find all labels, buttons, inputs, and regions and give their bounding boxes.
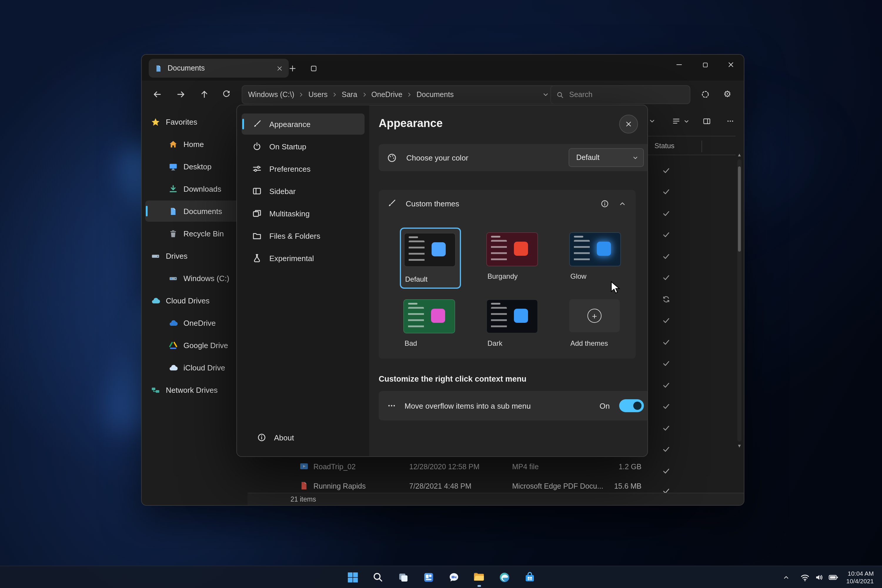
start-button[interactable] (342, 567, 363, 587)
file-modified: 12/28/2020 12:58 PM (409, 463, 480, 471)
search-input[interactable] (568, 90, 664, 99)
sidebar-item-recycle-bin[interactable]: Recycle Bin (145, 223, 244, 244)
sliders-icon (252, 164, 262, 174)
settings-nav-on-startup[interactable]: On Startup (242, 136, 364, 157)
sidebar-item-drives[interactable]: Drives (145, 245, 244, 266)
battery-icon[interactable] (826, 570, 840, 584)
settings-nav-appearance[interactable]: Appearance (242, 114, 364, 135)
overflow-setting-card: Move overflow items into a sub menu On (379, 391, 648, 420)
taskbar-clock[interactable]: 10:04 AM 10/4/2021 (846, 570, 874, 585)
documents-icon (169, 207, 178, 216)
custom-themes-info-button[interactable] (600, 199, 609, 208)
file-explorer-button[interactable] (469, 567, 489, 587)
breadcrumb-separator-icon (298, 92, 304, 98)
custom-themes-collapse-button[interactable] (619, 200, 626, 207)
settings-nav-files-folders[interactable]: Files & Folders (242, 225, 364, 246)
breadcrumb[interactable]: Windows (C:\) Users Sara OneDrive Docume… (242, 85, 556, 104)
tab-documents[interactable]: Documents (149, 59, 289, 78)
sync-status-button[interactable] (697, 86, 713, 102)
status-synced-icon (662, 273, 670, 283)
scrollbar[interactable]: ▲ ▼ (737, 152, 742, 448)
status-synced-icon (662, 166, 670, 176)
sidebar: Favorites Home Desktop Downloads Documen… (142, 108, 248, 505)
home-icon (169, 140, 178, 148)
forward-button[interactable] (172, 86, 189, 102)
store-button[interactable] (519, 567, 540, 587)
breadcrumb-item-drive[interactable]: Windows (C:\) (248, 90, 294, 99)
scroll-down-icon[interactable]: ▼ (737, 443, 742, 448)
file-rows: RoadTrip_02 12/28/2020 12:58 PM MP4 file… (248, 454, 736, 494)
sidebar-item-network-drives[interactable]: Network Drives (145, 379, 244, 400)
preview-pane-button[interactable] (703, 112, 711, 130)
settings-gear-button[interactable]: ⚙ (719, 86, 736, 102)
monitor-icon (169, 162, 178, 171)
color-dropdown[interactable]: Default (568, 148, 644, 167)
up-button[interactable] (196, 86, 212, 102)
status-synced-icon (662, 359, 670, 369)
sidebar-item-favorites[interactable]: Favorites (145, 111, 244, 132)
widgets-button[interactable] (418, 567, 438, 587)
theme-thumbnail (404, 299, 455, 333)
more-options-button[interactable] (726, 112, 734, 130)
theme-label: Burgandy (488, 272, 518, 280)
breadcrumb-item-onedrive[interactable]: OneDrive (371, 90, 402, 99)
edge-button[interactable] (494, 567, 514, 587)
close-button[interactable] (718, 55, 744, 75)
dialog-close-button[interactable] (619, 115, 638, 134)
breadcrumb-item-sara[interactable]: Sara (342, 90, 357, 99)
folder-icon (252, 231, 262, 240)
gear-icon: ⚙ (723, 90, 732, 99)
scrollbar-thumb[interactable] (738, 166, 741, 252)
settings-nav-experimental[interactable]: Experimental (242, 248, 364, 269)
settings-nav-about[interactable]: About (246, 427, 360, 448)
overflow-toggle[interactable] (619, 399, 644, 412)
sidebar-item-desktop[interactable]: Desktop (145, 156, 244, 177)
sidebar-item-onedrive[interactable]: OneDrive (145, 312, 244, 333)
file-row-running-rapids[interactable]: Running Rapids 7/28/2021 4:48 PM Microso… (248, 477, 736, 494)
settings-nav-sidebar[interactable]: Sidebar (242, 180, 364, 202)
clock-date: 10/4/2021 (846, 577, 874, 585)
sidebar-item-documents[interactable]: Documents (145, 201, 244, 222)
tab-close-button[interactable] (276, 65, 283, 72)
windows-logo-icon (346, 571, 358, 583)
close-icon (625, 120, 632, 128)
custom-themes-label: Custom themes (406, 199, 459, 208)
file-row-roadtrip[interactable]: RoadTrip_02 12/28/2020 12:58 PM MP4 file… (248, 458, 736, 477)
theme-card-default[interactable]: Default (400, 228, 461, 289)
hidden-icons-button[interactable] (779, 570, 794, 584)
back-button[interactable] (149, 86, 165, 102)
breadcrumb-item-documents[interactable]: Documents (417, 90, 454, 99)
sidebar-item-cloud-drives[interactable]: Cloud Drives (145, 290, 244, 311)
sidebar-item-icloud-drive[interactable]: iCloud Drive (145, 357, 244, 378)
sort-dropdown-button[interactable] (649, 112, 656, 130)
sidebar-item-downloads[interactable]: Downloads (145, 178, 244, 200)
status-synced-icon (662, 402, 670, 412)
task-view-button[interactable] (393, 567, 413, 587)
sync-spinner-icon (700, 90, 710, 99)
search-box[interactable] (550, 85, 690, 104)
refresh-button[interactable] (218, 86, 235, 102)
volume-icon[interactable] (812, 570, 826, 584)
column-header-status[interactable]: Status (654, 142, 674, 150)
layout-dropdown-button[interactable] (672, 112, 690, 130)
tab-bar: Documents (142, 55, 744, 81)
network-icon (151, 386, 160, 394)
settings-nav-multitasking[interactable]: Multitasking (242, 203, 364, 224)
new-tab-button[interactable] (284, 60, 300, 76)
breadcrumb-item-users[interactable]: Users (308, 90, 327, 99)
minimize-button[interactable] (666, 55, 692, 75)
tab-actions-button[interactable] (305, 60, 322, 76)
wifi-icon[interactable] (798, 570, 812, 584)
chat-icon (448, 571, 459, 583)
chat-button[interactable] (444, 567, 464, 587)
sidebar-item-home[interactable]: Home (145, 134, 244, 154)
settings-nav: Appearance On Startup Preferences Sideba… (237, 105, 369, 456)
maximize-button[interactable] (692, 55, 718, 75)
address-dropdown-icon[interactable] (542, 91, 549, 98)
file-size: 15.6 MB (577, 482, 642, 490)
settings-nav-preferences[interactable]: Preferences (242, 158, 364, 179)
sidebar-item-windows-c[interactable]: Windows (C:) (145, 267, 244, 289)
sidebar-item-google-drive[interactable]: Google Drive (145, 334, 244, 356)
taskbar-search-button[interactable] (368, 567, 388, 587)
scroll-up-icon[interactable]: ▲ (737, 152, 742, 158)
